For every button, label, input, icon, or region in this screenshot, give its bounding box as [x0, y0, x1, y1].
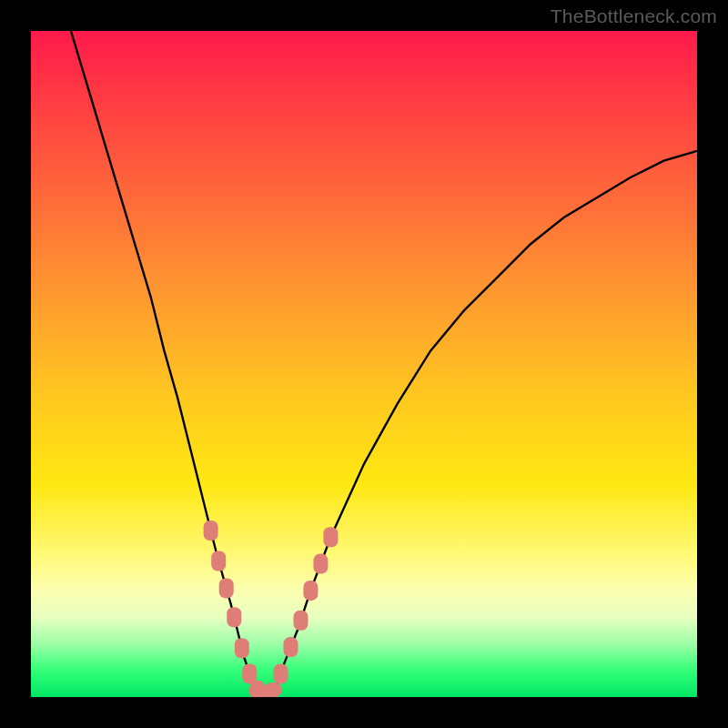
highlight-dot: [323, 527, 338, 547]
bottleneck-chart-svg: [31, 31, 697, 697]
bottleneck-curve: [71, 31, 697, 697]
highlight-dot: [265, 682, 281, 697]
watermark-text: TheBottleneck.com: [551, 5, 717, 27]
highlight-dot: [284, 637, 298, 657]
highlight-dot: [219, 578, 234, 598]
highlight-dot: [235, 638, 249, 658]
highlight-dot: [227, 607, 241, 627]
chart-frame: TheBottleneck.com: [0, 0, 728, 728]
plot-area: [31, 31, 697, 697]
highlight-dots: [204, 521, 339, 697]
highlight-dot: [204, 521, 218, 541]
highlight-dot: [274, 663, 288, 683]
highlight-dot: [313, 554, 328, 574]
highlight-dot: [303, 581, 318, 601]
highlight-dot: [211, 551, 226, 571]
highlight-dot: [294, 611, 308, 631]
